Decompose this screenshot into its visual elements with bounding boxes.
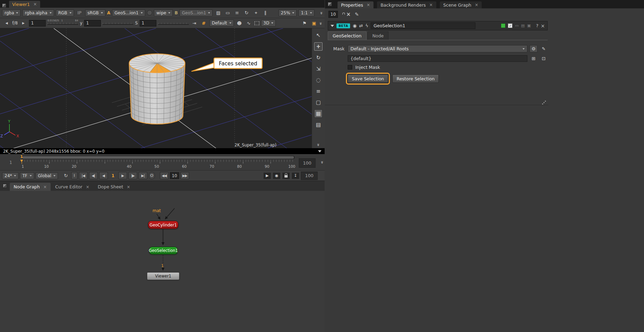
frame-range-dropdown[interactable]: Global — [36, 172, 58, 179]
float-window-icon[interactable]: ▭ — [515, 23, 518, 28]
go-to-end-button[interactable]: ▶| — [139, 172, 147, 179]
close-icon[interactable]: × — [33, 2, 37, 6]
roi-dashed-box-icon[interactable] — [254, 21, 259, 25]
wipe-mode-dropdown[interactable]: wipe — [154, 9, 173, 16]
proxy-person-icon[interactable]: ☻ — [236, 20, 243, 27]
wave-icon[interactable]: ∿ — [245, 20, 253, 27]
texture-view-icon[interactable]: ▦ — [314, 109, 323, 118]
close-icon[interactable]: × — [475, 3, 478, 7]
max-panels-input[interactable]: 10 — [328, 11, 338, 18]
monitor-out-icon[interactable]: ▭ — [224, 9, 231, 16]
uv-view-icon[interactable]: ▢ — [314, 98, 323, 107]
selection-expression-input[interactable]: {default} — [348, 55, 527, 62]
mat-node-label[interactable]: mat — [153, 208, 161, 213]
gain-next-icon[interactable]: ▶ — [20, 20, 27, 27]
inject-mask-checkbox[interactable] — [348, 65, 352, 70]
cylinder-geometry[interactable] — [129, 54, 185, 124]
wipe-pattern-icon[interactable]: ▨ — [214, 9, 222, 16]
arrow-into-icon[interactable]: ⇥ — [191, 20, 198, 27]
pencil-icon[interactable]: ✎ — [540, 45, 548, 52]
zoom-dropdown[interactable]: 25% — [279, 9, 297, 16]
tf-dropdown[interactable]: TF — [20, 172, 34, 179]
close-icon[interactable]: × — [429, 3, 433, 7]
layer-dropdown[interactable]: rgba — [2, 9, 21, 16]
tab-geoselection[interactable]: GeoSelection — [328, 31, 367, 40]
fstop-label[interactable]: f/8 — [12, 21, 18, 26]
collapse-chevrons-icon[interactable]: » — [318, 22, 323, 24]
prev-keyframe-button[interactable]: ◀| — [89, 172, 98, 179]
close-icon[interactable]: × — [86, 185, 89, 189]
timeline-ruler[interactable]: 1 10 20 40 50 60 70 80 90 100 — [22, 160, 295, 169]
jump-forward-button[interactable]: ▶▶ — [180, 172, 189, 179]
clear-panels-icon[interactable]: × — [346, 11, 351, 17]
flag-icon[interactable]: ⚑ — [301, 20, 309, 27]
help-icon[interactable]: ? — [536, 23, 539, 28]
expression-icon[interactable]: ϟ — [365, 23, 369, 28]
gamma-slider[interactable] — [103, 20, 133, 26]
resize-handle-icon[interactable] — [542, 103, 543, 104]
collapse-chevrons-icon[interactable]: » — [316, 143, 321, 145]
out-point-button[interactable]: O — [149, 172, 155, 179]
saturation-input[interactable]: 1 — [140, 20, 156, 27]
tab-curve-editor[interactable]: Curve Editor × — [51, 183, 93, 191]
current-frame-value[interactable]: 1 — [109, 173, 117, 178]
pencil-icon[interactable]: ✎ — [355, 12, 359, 17]
tab-dope-sheet[interactable]: Dope Sheet × — [94, 183, 134, 191]
cursor-icon[interactable]: ↖ — [314, 31, 323, 39]
capture-icon[interactable]: ◉ — [273, 172, 281, 179]
range-end-value[interactable]: 100 — [299, 158, 316, 168]
pane-grip-icon[interactable] — [3, 184, 7, 188]
node-color-swatch[interactable] — [501, 23, 505, 28]
sliders-icon[interactable]: ≡ — [314, 87, 323, 95]
node-graph-canvas[interactable]: mat GeoCylinder1 GeoSelection1 1 Viewer1 — [0, 191, 325, 332]
mask-dropdown[interactable]: Default - Injected/All Roots — [348, 45, 527, 52]
input-b-dropdown[interactable]: GeoS...ion1 — [179, 9, 213, 16]
range-start-value[interactable]: 1 — [9, 160, 12, 165]
node-viewer1[interactable]: Viewer1 — [147, 272, 179, 280]
refresh-icon[interactable]: ↻ — [243, 9, 250, 16]
loop-mode-icon[interactable]: ↻ — [62, 172, 70, 179]
go-to-start-button[interactable]: |◀ — [79, 172, 88, 179]
in-point-button[interactable]: I — [71, 172, 77, 179]
wipe-center-button[interactable] — [147, 10, 152, 15]
pause-icon[interactable]: ‖ — [261, 9, 269, 16]
input-process-toggle[interactable]: IP — [76, 9, 83, 16]
next-keyframe-button[interactable]: |▶ — [128, 172, 137, 179]
close-icon[interactable]: × — [127, 185, 130, 189]
input-a-dropdown[interactable]: GeoS...ion1 — [112, 9, 145, 16]
flipbook-export-icon[interactable]: ↧ — [291, 172, 299, 179]
swap-inputs-icon[interactable]: ⇄ — [359, 23, 363, 28]
gain-slider[interactable]: 0.015625 1 64 — [47, 20, 78, 26]
lock-range-icon[interactable] — [282, 172, 290, 179]
collapse-triangle-icon[interactable] — [331, 25, 334, 27]
close-panel-icon[interactable]: × — [541, 23, 545, 29]
fps-dropdown[interactable]: 24* — [2, 172, 18, 179]
restore-selection-button[interactable]: Restore Selection — [392, 74, 439, 83]
gear-icon[interactable]: ⚙ — [530, 45, 538, 52]
scrollbar-thumb[interactable] — [22, 156, 294, 159]
layer-stack-icon[interactable]: ≡ — [233, 9, 241, 16]
collapse-chevrons-icon[interactable]: » — [320, 161, 324, 163]
timeline-scrollbar[interactable] — [22, 156, 295, 159]
node-geocylinder1[interactable]: GeoCylinder1 — [148, 221, 178, 229]
proxy-ratio-dropdown[interactable]: 1:1 — [298, 9, 314, 16]
gain-prev-icon[interactable]: ◀ — [3, 20, 10, 27]
soft-select-icon[interactable]: ◌ — [314, 76, 323, 84]
collapse-chevrons-icon[interactable]: » — [319, 12, 324, 14]
scene-pick-icon[interactable]: ⊡ — [540, 55, 548, 62]
tab-node-graph[interactable]: Node Graph × — [10, 183, 51, 191]
tab-node[interactable]: Node — [368, 31, 389, 40]
pane-grip-icon[interactable] — [328, 2, 332, 6]
alpha-layer-dropdown[interactable]: rgba.alpha — [22, 9, 54, 16]
play-forward-button[interactable]: ▶ — [118, 172, 127, 179]
viewer-mode-dropdown[interactable]: 3D — [261, 20, 276, 27]
scene-browse-icon[interactable]: ⊞ — [530, 55, 538, 62]
pane-grip-icon[interactable] — [2, 3, 6, 8]
grid-hash-icon[interactable]: # — [200, 20, 208, 27]
display-channels-dropdown[interactable]: RGB — [56, 9, 74, 16]
pin-panel-icon[interactable]: ▣ — [527, 23, 531, 28]
gain-input[interactable]: 1 — [29, 20, 46, 27]
close-icon[interactable]: × — [367, 3, 370, 7]
stack-panel-icon[interactable]: ▤ — [521, 23, 525, 28]
viewport-3d[interactable]: Y X Z Faces selected 2K_Super_35(full-ap… — [0, 28, 325, 148]
